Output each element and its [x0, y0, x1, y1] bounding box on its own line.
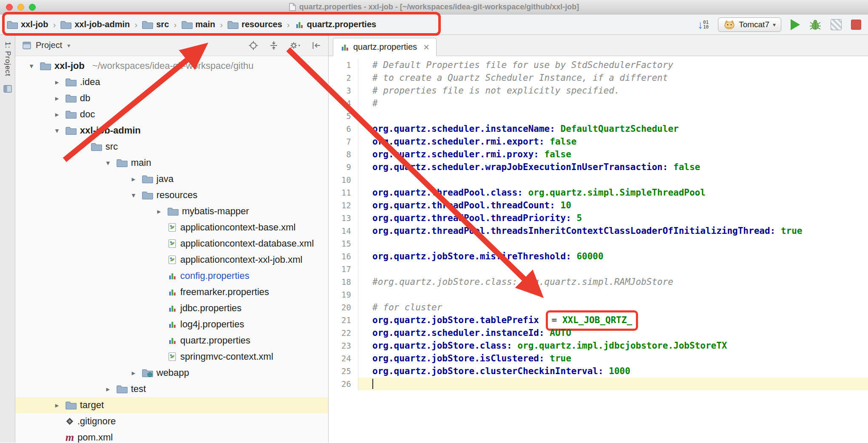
tree-item-label: xxl-job	[54, 60, 85, 71]
chevron-collapsed-icon[interactable]: ▸	[52, 401, 62, 410]
window-title: quartz.properties - xxl-job - [~/workspa…	[289, 3, 579, 11]
view-options-chevron-icon[interactable]: ▾	[67, 42, 70, 49]
tree-item-label: log4j.properties	[180, 319, 244, 330]
line-number: 16	[329, 250, 358, 263]
tree-item-idea[interactable]: ▸.idea	[15, 74, 328, 90]
tree-item-quartz-properties[interactable]: quartz.properties	[15, 332, 328, 349]
code-editor[interactable]: 1# Default Properties file for use by St…	[329, 56, 868, 443]
tree-item-label: applicationcontext-xxl-job.xml	[180, 254, 302, 265]
code-line-23: 23org.quartz.jobStore.class: org.quartz.…	[329, 339, 868, 352]
minimize-window-button[interactable]	[17, 4, 24, 11]
tree-item-db[interactable]: ▸db	[15, 90, 328, 106]
stop-button[interactable]	[851, 20, 861, 30]
chevron-expanded-icon[interactable]: ▾	[77, 142, 88, 151]
breadcrumb-item-main[interactable]: main	[182, 20, 216, 29]
tree-item-target[interactable]: ▸target	[15, 397, 328, 413]
tree-item-jdbc-properties[interactable]: jdbc.properties	[15, 300, 328, 316]
close-tab-icon[interactable]: ×	[423, 43, 429, 51]
tree-item-main[interactable]: ▾main	[15, 155, 328, 171]
chevron-expanded-icon[interactable]: ▾	[103, 159, 113, 168]
tree-item-pom-xml[interactable]: mpom.xml	[15, 429, 328, 443]
code-segment: 1000	[609, 366, 630, 376]
project-stripe-button[interactable]: 1: Project	[3, 42, 12, 77]
debug-button[interactable]	[809, 19, 821, 31]
folder-icon	[142, 190, 153, 200]
code-segment: 10	[561, 200, 571, 210]
code-segment: true	[781, 226, 803, 236]
breadcrumb-item-xxl-job-admin[interactable]: xxl-job-admin	[60, 20, 130, 29]
tree-item-xxl-job-admin[interactable]: ▾xxl-job-admin	[15, 122, 328, 139]
tree-item-java[interactable]: ▸java	[15, 171, 328, 187]
tree-item-label: .gitignore	[77, 416, 116, 427]
tree-item-applicationcontext-base-xml[interactable]: applicationcontext-base.xml	[15, 219, 328, 236]
chevron-collapsed-icon[interactable]: ▸	[128, 175, 139, 184]
tree-item-freemarker-properties[interactable]: freemarker.properties	[15, 284, 328, 300]
tree-item-webapp[interactable]: ▸webapp	[15, 365, 328, 381]
line-number: 6	[329, 122, 358, 135]
run-button[interactable]	[791, 19, 800, 30]
code-line-25: 25org.quartz.jobStore.clusterCheckinInte…	[329, 365, 868, 378]
chevron-collapsed-icon[interactable]: ▸	[52, 78, 62, 87]
tree-item-label: test	[131, 383, 146, 395]
breadcrumb-item-resources[interactable]: resources	[227, 20, 282, 29]
chevron-expanded-icon[interactable]: ▾	[128, 191, 139, 200]
breadcrumb-item-xxl-job[interactable]: xxl-job	[7, 20, 48, 29]
tree-item-mybatis-mapper[interactable]: ▸mybatis-mapper	[15, 203, 328, 219]
breadcrumb-item-quartz-properties[interactable]: quartz.properties	[295, 20, 376, 29]
chevron-collapsed-icon[interactable]: ▸	[52, 94, 62, 103]
tree-item-test[interactable]: ▸test	[15, 381, 328, 397]
code-segment: org.quartz.jobStore.clusterCheckinInterv…	[372, 366, 609, 376]
chevron-collapsed-icon[interactable]: ▸	[52, 110, 62, 119]
folder-icon	[142, 174, 153, 184]
tree-item-config-properties[interactable]: config.properties	[15, 268, 328, 284]
code-line-24: 24org.quartz.jobStore.isClustered: true	[329, 352, 868, 365]
tree-item-resources[interactable]: ▾resources	[15, 187, 328, 203]
tool-window-icon[interactable]	[3, 84, 12, 94]
numeric-sort-icon[interactable]: ↓ 0110	[698, 20, 709, 29]
tree-item-applicationcontext-database-xml[interactable]: applicationcontext-database.xml	[15, 236, 328, 252]
breadcrumb-label: main	[196, 20, 216, 29]
tree-item-applicationcontext-xxl-job-xml[interactable]: applicationcontext-xxl-job.xml	[15, 252, 328, 268]
line-number: 12	[329, 199, 358, 212]
code-segment: false	[550, 136, 576, 147]
code-line-7: 7org.quartz.scheduler.rmi.export: false	[329, 135, 868, 148]
zoom-window-button[interactable]	[29, 4, 36, 11]
locate-icon[interactable]	[248, 40, 258, 51]
code-segment: false	[545, 149, 571, 159]
run-configuration-select[interactable]: Tomcat7 ▾	[718, 17, 781, 32]
window-title-text: quartz.properties - xxl-job - [~/workspa…	[299, 3, 579, 11]
close-window-button[interactable]	[6, 4, 13, 11]
breadcrumb-item-src[interactable]: src	[142, 20, 169, 29]
breadcrumb-separator-icon: ›	[173, 20, 178, 30]
line-number: 19	[329, 288, 358, 301]
tree-item-xxl-job[interactable]: ▾xxl-job~/workspaces/idea-git-workspace/…	[15, 58, 328, 74]
main-split: 1: Project Project ▾ ▾xxl-job~/workspace…	[0, 35, 868, 443]
chevron-collapsed-icon[interactable]: ▸	[128, 369, 139, 378]
chevron-expanded-icon[interactable]: ▾	[52, 126, 62, 135]
coverage-button[interactable]	[831, 19, 842, 30]
collapse-all-icon[interactable]	[269, 40, 279, 51]
code-line-12: 12org.quartz.threadPool.threadCount: 10	[329, 199, 868, 212]
tree-item-log4j-properties[interactable]: log4j.properties	[15, 316, 328, 332]
tree-item-springmvc-context-xml[interactable]: springmvc-context.xml	[15, 349, 328, 365]
folder-icon	[227, 20, 238, 29]
code-segment: DefaultQuartzScheduler	[561, 124, 679, 134]
chevron-collapsed-icon[interactable]: ▸	[103, 385, 113, 394]
line-number: 14	[329, 224, 358, 237]
tree-item-doc[interactable]: ▸doc	[15, 106, 328, 122]
tree-item-src[interactable]: ▾src	[15, 139, 328, 155]
editor-tab-quartz-properties[interactable]: quartz.properties ×	[333, 38, 437, 56]
chevron-collapsed-icon[interactable]: ▸	[154, 207, 164, 216]
settings-icon[interactable]	[289, 40, 301, 51]
project-panel-header: Project ▾	[15, 35, 328, 56]
code-line-6: 6org.quartz.scheduler.instanceName: Defa…	[329, 122, 868, 135]
spring-icon	[167, 255, 177, 264]
tree-item-gitignore[interactable]: .gitignore	[15, 413, 328, 429]
code-segment: org.quartz.threadPool.threadCount:	[372, 200, 561, 210]
line-number: 7	[329, 135, 358, 148]
folder-icon	[65, 126, 77, 135]
hide-icon[interactable]	[311, 40, 321, 51]
chevron-expanded-icon[interactable]: ▾	[26, 62, 37, 71]
code-line-26: 26	[329, 378, 868, 390]
code-line-4: 4#	[329, 97, 868, 110]
